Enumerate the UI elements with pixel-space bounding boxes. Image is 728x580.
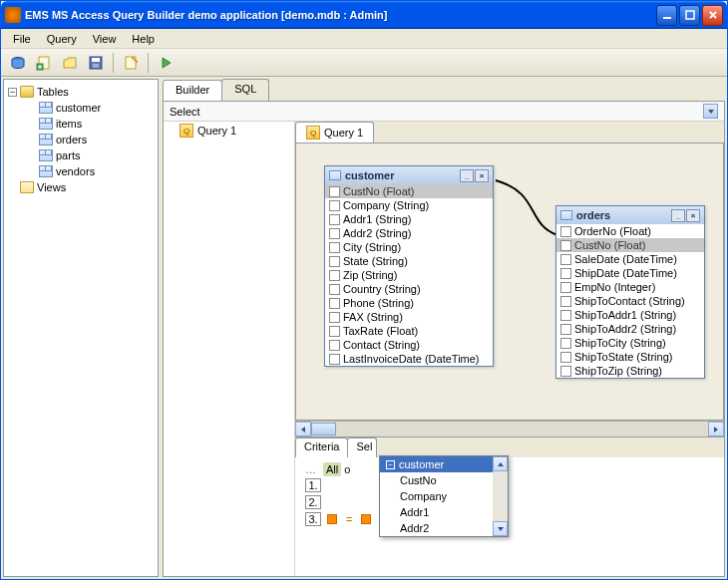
field-row[interactable]: State (String): [325, 254, 493, 268]
new-query-button[interactable]: [33, 52, 55, 74]
vertical-scrollbar[interactable]: [493, 456, 508, 536]
dropdown-header[interactable]: − customer: [380, 456, 508, 472]
open-db-button[interactable]: [7, 52, 29, 74]
operator-equals[interactable]: =: [343, 513, 355, 525]
checkbox[interactable]: [560, 338, 571, 349]
field-placeholder-icon[interactable]: [361, 514, 371, 524]
clear-button[interactable]: [120, 52, 142, 74]
checkbox[interactable]: [560, 282, 571, 293]
menu-file[interactable]: File: [5, 31, 39, 47]
tree-table-items[interactable]: items: [8, 116, 154, 132]
dropdown-item[interactable]: Company: [380, 488, 508, 504]
field-row[interactable]: Addr2 (String): [325, 226, 493, 240]
tab-selection[interactable]: Sel: [347, 437, 377, 457]
checkbox[interactable]: [329, 354, 340, 365]
dropdown-item[interactable]: Addr1: [380, 504, 508, 520]
checkbox[interactable]: [329, 256, 340, 267]
checkbox[interactable]: [329, 284, 340, 295]
tree-views-node[interactable]: Views: [8, 179, 154, 195]
tab-sql[interactable]: SQL: [221, 79, 269, 101]
scroll-down-button[interactable]: [493, 521, 508, 536]
horizontal-scrollbar[interactable]: [295, 421, 724, 436]
checkbox[interactable]: [329, 270, 340, 281]
checkbox[interactable]: [329, 186, 340, 197]
criteria-row[interactable]: 1.: [305, 478, 714, 492]
checkbox[interactable]: [329, 326, 340, 337]
criteria-row[interactable]: 2.: [305, 495, 714, 509]
table-window-customer[interactable]: customer _ × CustNo (Float) Company (Str…: [324, 165, 494, 367]
scroll-up-button[interactable]: [493, 456, 508, 471]
menu-view[interactable]: View: [85, 31, 125, 47]
checkbox[interactable]: [329, 228, 340, 239]
field-row[interactable]: OrderNo (Float): [556, 224, 704, 238]
tree-table-vendors[interactable]: vendors: [8, 163, 154, 179]
checkbox[interactable]: [329, 242, 340, 253]
field-row[interactable]: Phone (String): [325, 296, 493, 310]
field-row[interactable]: ShipToAddr2 (String): [556, 322, 704, 336]
menu-help[interactable]: Help: [124, 31, 163, 47]
select-type-dropdown[interactable]: [703, 104, 718, 119]
tab-criteria[interactable]: Criteria: [295, 437, 348, 457]
diagram-canvas[interactable]: customer _ × CustNo (Float) Company (Str…: [295, 143, 724, 421]
checkbox[interactable]: [329, 298, 340, 309]
minimize-icon[interactable]: _: [460, 169, 474, 182]
field-row[interactable]: Country (String): [325, 282, 493, 296]
criteria-row[interactable]: 3. =: [305, 512, 714, 526]
collapse-icon[interactable]: −: [386, 460, 395, 469]
maximize-button[interactable]: [679, 5, 700, 26]
checkbox[interactable]: [560, 268, 571, 279]
table-window-title[interactable]: orders _ ×: [556, 206, 704, 224]
field-picker-dropdown[interactable]: − customer CustNo Company Addr1 Addr2: [379, 455, 509, 537]
run-button[interactable]: [155, 52, 177, 74]
field-row[interactable]: FAX (String): [325, 310, 493, 324]
field-placeholder-icon[interactable]: [327, 514, 337, 524]
close-icon[interactable]: ×: [686, 209, 700, 222]
dropdown-item[interactable]: Addr2: [380, 520, 508, 536]
menu-query[interactable]: Query: [39, 31, 85, 47]
checkbox[interactable]: [329, 214, 340, 225]
collapse-icon[interactable]: −: [8, 88, 17, 97]
field-row[interactable]: ShipToAddr1 (String): [556, 308, 704, 322]
field-row[interactable]: EmpNo (Integer): [556, 280, 704, 294]
checkbox[interactable]: [329, 312, 340, 323]
canvas-tab-query1[interactable]: Q Query 1: [295, 122, 374, 143]
scroll-left-button[interactable]: [295, 422, 311, 436]
field-row[interactable]: CustNo (Float): [556, 238, 704, 252]
field-row[interactable]: Contact (String): [325, 338, 493, 352]
checkbox[interactable]: [329, 200, 340, 211]
checkbox[interactable]: [560, 226, 571, 237]
field-row[interactable]: CustNo (Float): [325, 184, 493, 198]
close-icon[interactable]: ×: [475, 169, 489, 182]
checkbox[interactable]: [560, 310, 571, 321]
field-row[interactable]: ShipToCity (String): [556, 336, 704, 350]
checkbox[interactable]: [560, 324, 571, 335]
all-quantifier[interactable]: All: [323, 462, 341, 476]
field-row[interactable]: ShipToState (String): [556, 350, 704, 364]
field-row[interactable]: Company (String): [325, 198, 493, 212]
checkbox[interactable]: [560, 254, 571, 265]
scroll-right-button[interactable]: [708, 422, 724, 436]
field-row[interactable]: TaxRate (Float): [325, 324, 493, 338]
tree-tables-node[interactable]: − Tables: [8, 84, 154, 100]
load-query-button[interactable]: [59, 52, 81, 74]
close-button[interactable]: [702, 5, 723, 26]
minimize-icon[interactable]: _: [671, 209, 685, 222]
field-row[interactable]: LastInvoiceDate (DateTime): [325, 352, 493, 366]
dropdown-item[interactable]: CustNo: [380, 472, 508, 488]
field-row[interactable]: Addr1 (String): [325, 212, 493, 226]
save-button[interactable]: [85, 52, 107, 74]
tree-table-parts[interactable]: parts: [8, 147, 154, 163]
field-row[interactable]: ShipToContact (String): [556, 294, 704, 308]
table-window-orders[interactable]: orders _ × OrderNo (Float) CustNo (Float…: [555, 205, 705, 379]
checkbox[interactable]: [560, 240, 571, 251]
field-row[interactable]: ShipToZip (String): [556, 364, 704, 378]
field-row[interactable]: ShipDate (DateTime): [556, 266, 704, 280]
checkbox[interactable]: [560, 352, 571, 363]
ellipsis-icon[interactable]: …: [305, 463, 317, 475]
tree-table-customer[interactable]: customer: [8, 100, 154, 116]
tree-table-orders[interactable]: orders: [8, 132, 154, 147]
checkbox[interactable]: [560, 296, 571, 307]
field-row[interactable]: Zip (String): [325, 268, 493, 282]
checkbox[interactable]: [560, 366, 571, 377]
query-tree-item[interactable]: Q Query 1: [164, 122, 294, 140]
